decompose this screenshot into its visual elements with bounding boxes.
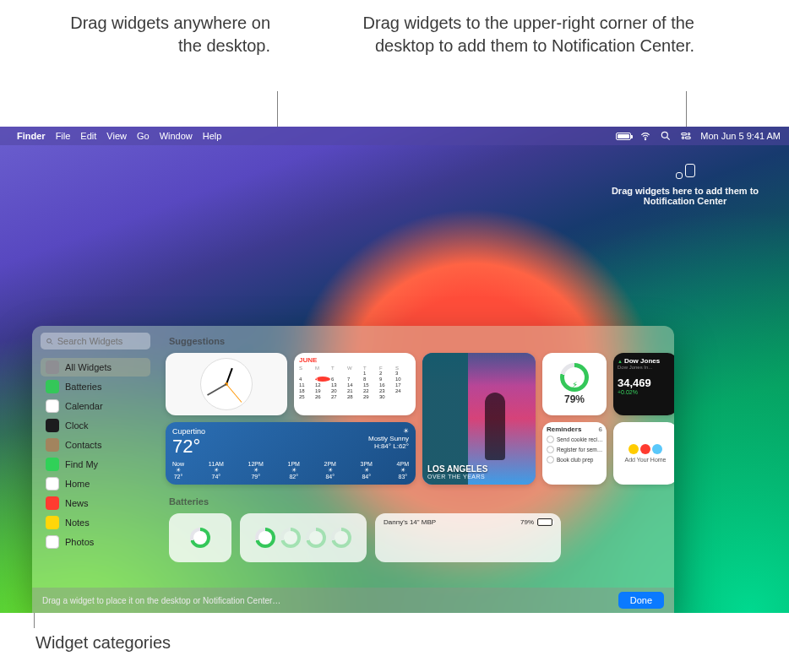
- widget-reminders[interactable]: Reminders 6 Send cookie reci…Register fo…: [542, 422, 607, 485]
- category-contacts[interactable]: Contacts: [41, 436, 150, 454]
- menu-go[interactable]: Go: [137, 131, 150, 141]
- photos-title: LOS ANGELES: [427, 464, 531, 474]
- callout-drag-desktop: Drag widgets anywhere on the desktop.: [51, 12, 270, 57]
- widget-home[interactable]: Add Your Home: [613, 422, 674, 485]
- done-button[interactable]: Done: [618, 592, 664, 609]
- category-icon: [46, 477, 59, 490]
- weather-range: H:84° L:62°: [368, 442, 409, 450]
- category-icon: [46, 535, 59, 549]
- category-news[interactable]: News: [41, 494, 150, 512]
- svg-point-1: [662, 132, 668, 138]
- category-all-widgets[interactable]: All Widgets: [41, 358, 150, 377]
- footer-hint: Drag a widget to place it on the desktop…: [42, 596, 280, 605]
- menu-help[interactable]: Help: [203, 131, 222, 141]
- home-label: Add Your Home: [624, 457, 666, 463]
- battery-widget-medium[interactable]: [240, 513, 367, 562]
- section-suggestions-label: Suggestions: [169, 336, 662, 346]
- reminder-item: Book club prep: [547, 456, 602, 463]
- category-notes[interactable]: Notes: [41, 513, 150, 532]
- calendar-month: June: [299, 356, 411, 364]
- menu-window[interactable]: Window: [160, 131, 193, 141]
- reminder-item: Send cookie reci…: [547, 436, 602, 443]
- category-calendar[interactable]: Calendar: [41, 397, 150, 415]
- control-center-icon[interactable]: [680, 130, 692, 142]
- stock-value: 34,469: [618, 377, 673, 389]
- category-find-my[interactable]: Find My: [41, 455, 150, 474]
- category-clock[interactable]: Clock: [41, 416, 150, 435]
- search-icon: [46, 337, 54, 346]
- widget-gallery-window: All WidgetsBatteriesCalendarClockContact…: [32, 326, 674, 613]
- widget-battery[interactable]: ⚡︎ 79%: [542, 353, 607, 415]
- svg-rect-5: [686, 137, 691, 138]
- menubar-clock[interactable]: Mon Jun 5 9:41 AM: [700, 131, 781, 141]
- category-label: Clock: [65, 420, 89, 431]
- battery-widget-large[interactable]: Danny's 14" MBP 79%: [375, 513, 561, 562]
- nc-drop-label: Drag widgets here to add them to Notific…: [596, 186, 774, 206]
- battery-device-name: Danny's 14" MBP: [384, 518, 436, 526]
- search-widgets-field[interactable]: [41, 333, 150, 350]
- category-icon: [46, 496, 59, 510]
- category-icon: [46, 458, 59, 471]
- menu-view[interactable]: View: [106, 131, 127, 141]
- widgets-icon: [674, 164, 696, 179]
- battery-percent: 79%: [564, 393, 585, 405]
- category-icon: [46, 399, 59, 413]
- weather-condition: Mostly Sunny: [368, 435, 409, 442]
- svg-point-4: [688, 133, 690, 135]
- menu-app-name[interactable]: Finder: [17, 131, 46, 141]
- category-label: Contacts: [65, 440, 101, 450]
- category-batteries[interactable]: Batteries: [41, 377, 150, 396]
- battery-large-pct: 79%: [520, 518, 534, 526]
- category-label: Find My: [65, 459, 98, 469]
- category-icon: [46, 380, 59, 393]
- clock-face-icon: [200, 358, 253, 410]
- widget-stocks[interactable]: Dow Jones Dow Jones In... 34,469 +0.02%: [613, 353, 674, 415]
- category-label: Photos: [65, 537, 94, 547]
- callout-drag-nc: Drag widgets to the upper-right corner o…: [323, 12, 694, 57]
- category-label: News: [65, 498, 89, 508]
- callout-categories: Widget categories: [35, 633, 171, 653]
- reminder-item: Register for sem…: [547, 446, 602, 453]
- category-label: Home: [65, 479, 90, 489]
- mac-desktop: Finder File Edit View Go Window Help Mon…: [0, 127, 789, 613]
- svg-line-2: [667, 138, 670, 140]
- menu-edit[interactable]: Edit: [80, 131, 96, 141]
- category-label: Batteries: [65, 382, 101, 392]
- svg-line-8: [51, 342, 52, 344]
- category-label: Calendar: [65, 401, 103, 411]
- widget-calendar[interactable]: June SMTWTFS 123456789101112131415161718…: [294, 353, 416, 415]
- widget-weather[interactable]: Cupertino 72° ☀︎ Mostly Sunny H:84° L:62…: [166, 422, 416, 485]
- widget-photos[interactable]: LOS ANGELES OVER THE YEARS: [422, 353, 536, 485]
- photos-subtitle: OVER THE YEARS: [427, 474, 531, 480]
- widget-gallery-main: Suggestions June SMTWTFS 123456789101112…: [159, 326, 674, 588]
- menu-file[interactable]: File: [56, 131, 71, 141]
- category-photos[interactable]: Photos: [41, 533, 150, 551]
- reminders-title: Reminders: [547, 425, 581, 433]
- category-icon: [46, 516, 59, 529]
- photo-subject: [485, 393, 505, 460]
- battery-status-icon[interactable]: [616, 133, 631, 140]
- search-input[interactable]: [57, 336, 145, 346]
- notification-center-drop-target[interactable]: Drag widgets here to add them to Notific…: [596, 164, 774, 206]
- wifi-icon[interactable]: [639, 130, 651, 142]
- stock-change: +0.02%: [618, 389, 673, 395]
- category-icon: [46, 419, 59, 432]
- svg-point-0: [645, 139, 646, 140]
- battery-icon: [537, 518, 552, 526]
- bolt-icon: ⚡︎: [572, 380, 578, 389]
- category-home[interactable]: Home: [41, 474, 150, 493]
- home-accessory-icons: [628, 444, 662, 454]
- stock-subtitle: Dow Jones In...: [618, 365, 673, 370]
- battery-widget-small[interactable]: [169, 513, 231, 562]
- category-icon: [46, 360, 59, 374]
- reminders-count: 6: [599, 425, 602, 433]
- svg-rect-3: [682, 133, 687, 135]
- section-batteries-label: Batteries: [169, 496, 662, 507]
- spotlight-icon[interactable]: [660, 130, 672, 142]
- widget-gallery-footer: Drag a widget to place it on the desktop…: [32, 588, 674, 613]
- svg-point-7: [47, 339, 52, 343]
- widget-categories-sidebar: All WidgetsBatteriesCalendarClockContact…: [32, 326, 159, 588]
- widget-clock[interactable]: [166, 353, 287, 415]
- category-icon: [46, 438, 59, 452]
- category-label: Notes: [65, 518, 90, 528]
